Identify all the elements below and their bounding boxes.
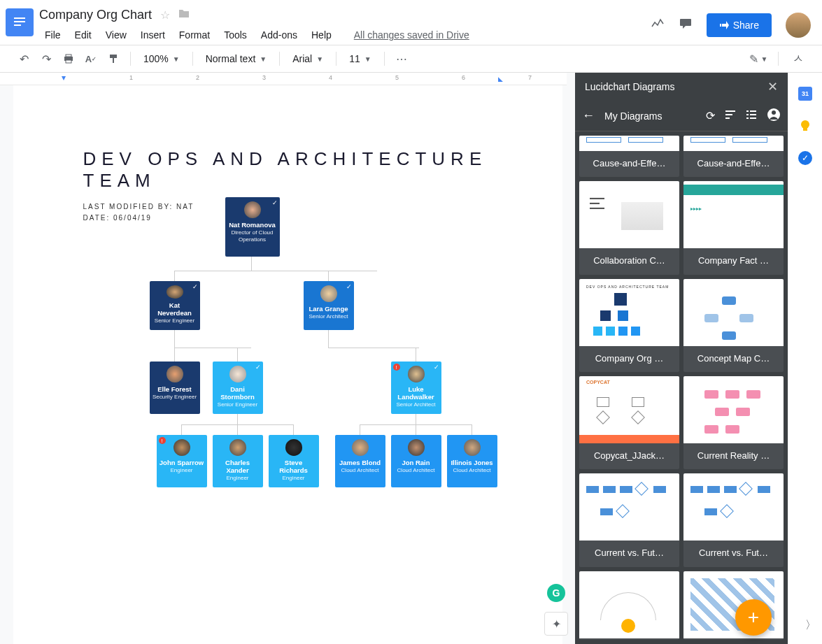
diagram-card[interactable]: Cause-and-Effe… — [683, 136, 784, 177]
calendar-icon[interactable]: 31 — [798, 87, 812, 101]
diagram-card[interactable]: DEV OPS AND ARCHITECTURE TEAM Company Or… — [579, 279, 679, 372]
grammarly-icon[interactable]: G — [547, 584, 565, 602]
menu-edit[interactable]: Edit — [69, 27, 97, 43]
check-icon: ✓ — [272, 199, 278, 206]
svg-point-21 — [801, 120, 809, 129]
keep-icon[interactable] — [797, 117, 814, 134]
indent-left-icon[interactable]: ▾ — [62, 73, 66, 83]
diagram-card[interactable] — [683, 571, 784, 640]
more-button[interactable]: ⋯ — [392, 49, 411, 69]
back-icon[interactable]: ← — [582, 108, 595, 123]
ruler[interactable]: ▾ 1 2 3 4 5 6 7 ◣ — [0, 73, 567, 85]
org-node[interactable]: ✓ Dani Stormborn Senior Engineer — [213, 362, 263, 414]
check-icon: ✓ — [434, 364, 439, 371]
document-title[interactable]: Company Org Chart — [39, 8, 152, 22]
menu-help[interactable]: Help — [306, 27, 337, 43]
comments-icon[interactable] — [679, 17, 693, 34]
org-node[interactable]: ! John Sparrow Engineer — [157, 435, 207, 487]
svg-rect-17 — [746, 117, 749, 119]
tasks-icon[interactable]: ✓ — [798, 151, 812, 165]
diagram-card[interactable]: Cause-and-Effe… — [579, 136, 679, 177]
org-node[interactable]: Elle Forest Security Engineer — [150, 362, 200, 414]
svg-rect-7 — [66, 60, 71, 63]
menu-view[interactable]: View — [100, 27, 132, 43]
title-area: Company Org Chart ☆ File Edit View Inser… — [39, 6, 651, 43]
diagram-card[interactable]: ▸▸▸▸ Company Fact … — [683, 181, 784, 274]
panel-title: My Diagrams — [604, 110, 696, 122]
svg-rect-9 — [113, 58, 114, 63]
explore-button[interactable]: ✦ — [544, 612, 568, 636]
org-node[interactable]: Jon Rain Cloud Architect — [391, 435, 441, 487]
diagram-card[interactable]: Current vs. Fut… — [579, 473, 679, 566]
fontsize-select[interactable]: 11▼ — [343, 53, 376, 64]
folder-icon[interactable] — [178, 8, 190, 21]
redo-button[interactable]: ↷ — [36, 49, 56, 69]
diagram-card[interactable]: Current vs. Fut… — [683, 473, 784, 566]
svg-rect-14 — [750, 110, 756, 112]
menu-tools[interactable]: Tools — [218, 27, 253, 43]
star-icon[interactable]: ☆ — [160, 8, 170, 22]
activity-icon[interactable] — [651, 17, 665, 34]
diagram-card[interactable]: ▬▬▬▬▬▬▬▬ Collaboration C… — [579, 181, 679, 274]
account-icon[interactable] — [767, 108, 781, 124]
svg-rect-12 — [725, 117, 730, 119]
diagram-card[interactable] — [579, 571, 679, 640]
add-diagram-fab[interactable]: + — [735, 599, 772, 636]
print-button[interactable] — [59, 49, 78, 69]
check-icon: ✓ — [255, 364, 261, 371]
svg-rect-11 — [725, 114, 732, 115]
undo-button[interactable]: ↶ — [14, 49, 34, 69]
chevron-right-icon[interactable]: 〉 — [805, 618, 816, 633]
menu-addons[interactable]: Add-ons — [255, 27, 303, 43]
diagram-card[interactable]: COPYCAT Copycat_JJack… — [579, 376, 679, 469]
org-node[interactable]: Steve Richards Engineer — [269, 435, 319, 487]
diagram-card[interactable]: Concept Map C… — [683, 279, 784, 372]
org-node-root[interactable]: ✓ Nat Romanova Director of Cloud Operati… — [225, 197, 280, 257]
menu-insert[interactable]: Insert — [135, 27, 171, 43]
zoom-select[interactable]: 100%▼ — [138, 53, 185, 64]
menubar: File Edit View Insert Format Tools Add-o… — [39, 27, 651, 43]
save-status[interactable]: All changes saved in Drive — [354, 27, 469, 43]
document-area[interactable]: ▾ 1 2 3 4 5 6 7 ◣ DEV OPS AND ARCHITECTU… — [0, 73, 575, 644]
close-icon[interactable]: ✕ — [767, 79, 778, 94]
panel-header: Lucidchart Diagrams ✕ — [575, 73, 788, 101]
style-select[interactable]: Normal text▼ — [200, 53, 272, 64]
diagram-grid[interactable]: Cause-and-Effe… Cause-and-Effe… ▬▬▬▬▬▬▬▬… — [575, 131, 788, 644]
org-chart[interactable]: ✓ Nat Romanova Director of Cloud Operati… — [69, 197, 503, 498]
org-node[interactable]: ✓ ! Luke Landwalker Senior Architect — [391, 362, 441, 414]
svg-point-20 — [772, 110, 776, 115]
user-avatar[interactable] — [786, 13, 811, 38]
docs-logo-icon[interactable] — [6, 8, 34, 36]
sort-icon[interactable] — [725, 109, 736, 123]
svg-rect-18 — [750, 117, 756, 119]
panel-header-title: Lucidchart Diagrams — [585, 81, 674, 92]
paint-format-button[interactable] — [104, 49, 123, 69]
spellcheck-button[interactable]: A✓ — [81, 49, 101, 69]
menu-format[interactable]: Format — [173, 27, 215, 43]
org-node[interactable]: ✓ Lara Grange Senior Architect — [304, 281, 354, 330]
toolbar: ↶ ↷ A✓ 100%▼ Normal text▼ Arial▼ 11▼ ⋯ ✎… — [0, 45, 822, 73]
document-page[interactable]: DEV OPS AND ARCHITECTURE TEAM LAST MODIF… — [13, 85, 562, 644]
svg-rect-6 — [66, 55, 71, 57]
org-node[interactable]: Illinois Jones Cloud Architect — [447, 435, 497, 487]
panel-toolbar: ← My Diagrams ⟳ — [575, 101, 788, 131]
lucidchart-panel: Lucidchart Diagrams ✕ ← My Diagrams ⟳ Ca… — [575, 73, 788, 644]
org-node[interactable]: Charles Xander Engineer — [213, 435, 263, 487]
font-select[interactable]: Arial▼ — [287, 53, 329, 64]
indent-right-icon[interactable]: ◣ — [498, 76, 503, 83]
header-right: Share — [651, 13, 811, 38]
edit-mode-button[interactable]: ✎▼ — [749, 49, 768, 69]
page-title: DEV OPS AND ARCHITECTURE TEAM — [83, 148, 493, 192]
share-button[interactable]: Share — [707, 13, 772, 37]
app-header: Company Org Chart ☆ File Edit View Inser… — [0, 0, 822, 45]
org-node[interactable]: ✓ Kat Neverdean Senior Engineer — [150, 281, 200, 330]
warn-icon: ! — [159, 437, 166, 444]
svg-rect-8 — [110, 55, 117, 58]
org-node[interactable]: James Blond Cloud Architect — [335, 435, 385, 487]
diagram-card[interactable]: Current Reality … — [683, 376, 784, 469]
list-view-icon[interactable] — [746, 109, 757, 123]
svg-rect-10 — [725, 110, 735, 112]
menu-file[interactable]: File — [39, 27, 66, 43]
refresh-icon[interactable]: ⟳ — [706, 109, 715, 122]
hide-menus-button[interactable]: ㅅ — [788, 49, 808, 69]
